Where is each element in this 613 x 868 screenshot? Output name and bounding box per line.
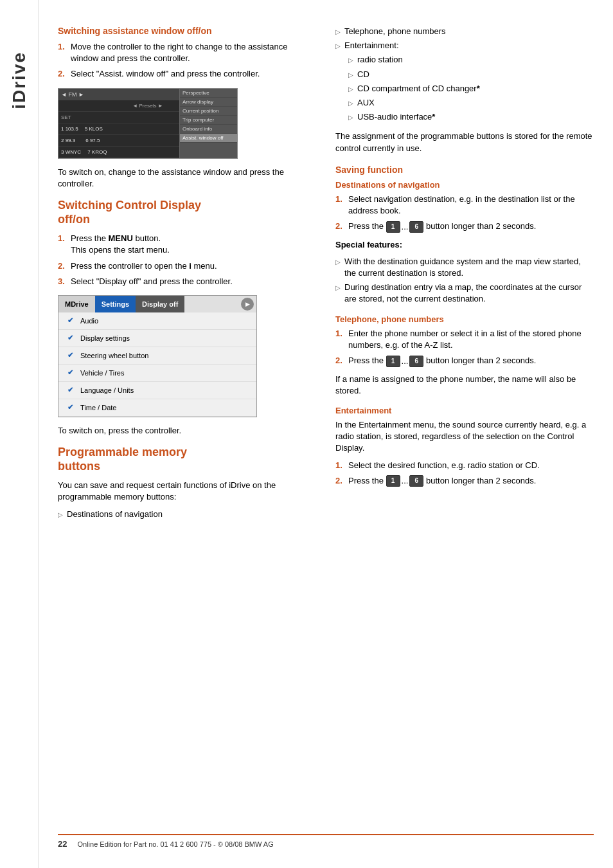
programmable-bullets-left: ▷ Destinations of navigation bbox=[58, 509, 316, 520]
destinations-steps: 1. Select navigation destination, e.g. i… bbox=[335, 194, 594, 233]
spine: iDrive bbox=[0, 0, 39, 868]
bullet-destinations: ▷ Destinations of navigation bbox=[58, 509, 316, 520]
bullet-radio: ▷ radio station bbox=[335, 54, 594, 66]
display-step-2: 2. Press the controller to open the i me… bbox=[58, 260, 316, 272]
menu-screen: MDrive Settings Display off ▶ ✔ Audio ✔ … bbox=[58, 295, 257, 417]
entertainment-steps: 1. Select the desired function, e.g. rad… bbox=[335, 460, 594, 487]
menu-screen-header: MDrive Settings Display off ▶ bbox=[58, 296, 256, 312]
menu-item-vehicle: ✔ Vehicle / Tires bbox=[58, 365, 256, 382]
check-icon-vehicle: ✔ bbox=[65, 368, 75, 378]
tab-mdrive: MDrive bbox=[58, 296, 95, 312]
menu-item-audio: ✔ Audio bbox=[58, 312, 256, 330]
check-icon-audio: ✔ bbox=[65, 316, 75, 326]
arrow-icon: ▷ bbox=[335, 284, 341, 305]
section-programmable: Programmable memory buttons You can save… bbox=[58, 446, 316, 520]
menu-nav-btn: ▶ bbox=[241, 298, 254, 311]
bullet-entertainment: ▷ Entertainment: bbox=[335, 40, 594, 51]
arrow-icon: ▷ bbox=[348, 113, 353, 123]
entertainment-subsection: Entertainment In the Entertainment menu,… bbox=[335, 406, 594, 487]
check-icon-display: ✔ bbox=[65, 333, 75, 343]
bullet-aux: ▷ AUX bbox=[335, 97, 594, 109]
check-icon-steering: ✔ bbox=[65, 350, 75, 361]
button-1b: 1 bbox=[386, 356, 400, 367]
switching-assistance-steps: 1. Move the controller to the right to c… bbox=[58, 41, 316, 80]
telephone-subsection: Telephone, phone numbers 1. Enter the ph… bbox=[335, 314, 594, 397]
arrow-icon: ▷ bbox=[348, 56, 353, 66]
arrow-icon: ▷ bbox=[348, 85, 353, 95]
idrive-logo: iDrive bbox=[9, 51, 30, 109]
switching-display-caption: To switch on, press the controller. bbox=[58, 425, 316, 437]
screen-menu: Perspective Arrow display Current positi… bbox=[179, 89, 237, 158]
bullet-cd: ▷ CD bbox=[335, 69, 594, 80]
saving-function-section: Saving function Destinations of navigati… bbox=[335, 165, 594, 487]
special-bullet-1: ▷ With the destination guidance system a… bbox=[335, 256, 594, 279]
button-1c: 1 bbox=[386, 475, 400, 487]
telephone-note: If a name is assigned to the phone numbe… bbox=[335, 374, 594, 397]
special-features-label: Special features: bbox=[335, 239, 594, 251]
check-icon-language: ✔ bbox=[65, 385, 75, 395]
step-2: 2. Select "Assist. window off" and press… bbox=[58, 68, 316, 80]
telephone-title: Telephone, phone numbers bbox=[335, 314, 594, 324]
programmable-intro: You can save and request certain functio… bbox=[58, 480, 316, 503]
page-number: 22 bbox=[58, 839, 67, 849]
button-sequence-3: 1 ... 6 bbox=[386, 475, 424, 487]
arrow-icon: ▷ bbox=[335, 42, 341, 51]
telephone-steps: 1. Enter the phone number or select it i… bbox=[335, 328, 594, 367]
menu-item-display-settings: ✔ Display settings bbox=[58, 330, 256, 347]
tab-settings: Settings bbox=[95, 296, 136, 312]
switching-assistance-caption: To switch on, change to the assistance w… bbox=[58, 167, 316, 190]
menu-item-language: ✔ Language / Units bbox=[58, 382, 256, 399]
button-1: 1 bbox=[386, 221, 400, 233]
button-6c: 6 bbox=[409, 475, 423, 487]
entertainment-intro: In the Entertainment menu, the sound sou… bbox=[335, 419, 594, 455]
page-footer: 22 Online Edition for Part no. 01 41 2 6… bbox=[58, 834, 594, 849]
footer-text: Online Edition for Part no. 01 41 2 600 … bbox=[77, 840, 273, 848]
assistance-screen: ◄ FM ► • ◄ Presets ► SET 1 103.55 KLOS9 … bbox=[58, 88, 238, 159]
display-step-3: 3. Select "Display off" and press the co… bbox=[58, 276, 316, 287]
bullet-usb: ▷ USB-audio interface* bbox=[335, 111, 594, 123]
switching-display-steps: 1. Press the MENU button.This opens the … bbox=[58, 233, 316, 287]
left-column: Switching assistance window off/on 1. Mo… bbox=[58, 26, 316, 842]
section-switching-display: Switching Control Display off/on 1. Pres… bbox=[58, 199, 316, 437]
menu-item-steering: ✔ Steering wheel button bbox=[58, 347, 256, 365]
saving-function-title: Saving function bbox=[335, 165, 594, 175]
bullet-cd-changer: ▷ CD compartment of CD changer* bbox=[335, 83, 594, 95]
right-column: ▷ Telephone, phone numbers ▷ Entertainme… bbox=[335, 26, 594, 842]
tel-step-1: 1. Enter the phone number or select it i… bbox=[335, 328, 594, 351]
dest-step-1: 1. Select navigation destination, e.g. i… bbox=[335, 194, 594, 217]
section-switching-assistance: Switching assistance window off/on 1. Mo… bbox=[58, 26, 316, 190]
bullet-telephone: ▷ Telephone, phone numbers bbox=[335, 26, 594, 37]
ent-step-2: 2. Press the 1 ... 6 button longer than … bbox=[335, 475, 594, 487]
section-switching-display-title: Switching Control Display off/on bbox=[58, 199, 316, 226]
step-1: 1. Move the controller to the right to c… bbox=[58, 41, 316, 64]
arrow-icon: ▷ bbox=[335, 258, 341, 279]
entertainment-title: Entertainment bbox=[335, 406, 594, 415]
ent-step-1: 1. Select the desired function, e.g. rad… bbox=[335, 460, 594, 471]
dest-step-2: 2. Press the 1 ... 6 button longer than … bbox=[335, 221, 594, 233]
destinations-subsection: Destinations of navigation 1. Select nav… bbox=[335, 180, 594, 305]
special-bullet-2: ▷ During destination entry via a map, th… bbox=[335, 282, 594, 305]
tab-display-off: Display off bbox=[136, 296, 184, 312]
arrow-icon: ▷ bbox=[348, 71, 353, 80]
button-6: 6 bbox=[409, 221, 423, 233]
section-programmable-title: Programmable memory buttons bbox=[58, 446, 316, 473]
check-icon-time: ✔ bbox=[65, 402, 75, 413]
arrow-icon: ▷ bbox=[335, 28, 341, 37]
button-6b: 6 bbox=[409, 356, 423, 367]
special-bullets: ▷ With the destination guidance system a… bbox=[335, 256, 594, 305]
display-step-1: 1. Press the MENU button.This opens the … bbox=[58, 233, 316, 256]
button-sequence-1: 1 ... 6 bbox=[386, 221, 424, 233]
destinations-title: Destinations of navigation bbox=[335, 180, 594, 190]
arrow-icon: ▷ bbox=[58, 511, 63, 520]
content-area: Switching assistance window off/on 1. Mo… bbox=[39, 0, 613, 868]
button-sequence-2: 1 ... 6 bbox=[386, 356, 424, 367]
section-switching-assistance-title: Switching assistance window off/on bbox=[58, 26, 316, 36]
top-bullets: ▷ Telephone, phone numbers ▷ Entertainme… bbox=[335, 26, 594, 123]
page: iDrive Switching assistance window off/o… bbox=[0, 0, 613, 868]
menu-item-time: ✔ Time / Date bbox=[58, 399, 256, 417]
arrow-icon: ▷ bbox=[348, 99, 353, 109]
assignment-note: The assignment of the programmable butto… bbox=[335, 131, 594, 154]
tel-step-2: 2. Press the 1 ... 6 button longer than … bbox=[335, 355, 594, 367]
